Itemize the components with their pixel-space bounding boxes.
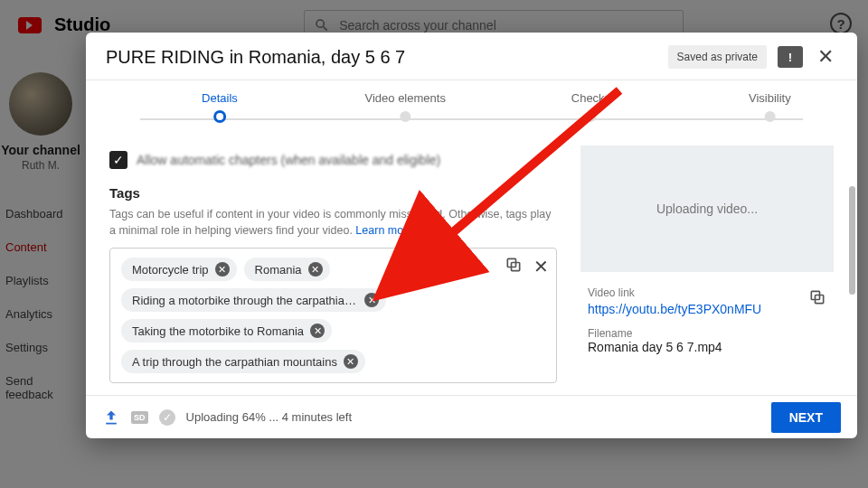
dialog-body: ✓ Allow automatic chapters (when availab… [86,136,857,395]
dialog-header: PURE RIDING in Romania, day 5 6 7 Saved … [86,33,857,80]
tags-input-box[interactable]: ✕ Motorcycle trip✕Romania✕Riding a motor… [109,248,557,383]
tags-heading: Tags [109,185,557,201]
tag-chip[interactable]: Motorcycle trip✕ [121,258,237,281]
next-button[interactable]: NEXT [771,402,841,433]
tag-remove-icon[interactable]: ✕ [344,354,358,369]
step-label: Visibility [749,91,791,105]
tag-label: Riding a motorbike through the carpathia… [132,294,358,307]
copy-tags-button[interactable] [505,256,523,277]
checkbox-checked-icon[interactable]: ✓ [109,151,127,169]
step-visibility[interactable]: Visibility [749,91,791,122]
tag-label: A trip through the carpathian mountains [132,355,337,369]
step-label: Checks [571,91,610,105]
tags-help-body: Tags can be useful if content in your vi… [109,208,551,237]
video-preview-placeholder: Uploading video... [580,145,834,272]
scrollbar-thumb[interactable] [849,186,855,295]
tag-chip[interactable]: Romania✕ [244,258,330,281]
tag-remove-icon[interactable]: ✕ [310,324,325,338]
filename-value: Romania day 5 6 7.mp4 [588,340,826,354]
dialog-title: PURE RIDING in Romania, day 5 6 7 [106,47,657,68]
details-column: ✓ Allow automatic chapters (when availab… [109,145,557,395]
copy-link-button[interactable] [808,288,826,310]
step-dot-icon [400,111,410,122]
upload-dialog: PURE RIDING in Romania, day 5 6 7 Saved … [86,33,857,438]
copy-icon [808,288,826,306]
preview-status-text: Uploading video... [656,202,758,216]
checks-status-icon: ✓ [159,409,175,426]
step-label: Details [202,91,238,105]
step-dot-icon [585,111,596,122]
clear-tags-button[interactable]: ✕ [533,256,549,277]
stepper-track [140,118,803,120]
tag-remove-icon[interactable]: ✕ [364,293,379,307]
save-status-pill: Saved as private [668,45,767,69]
step-label: Video elements [365,91,446,105]
video-meta: Video link https://youtu.be/tyE3PX0nMFU … [580,283,834,358]
preview-column: Uploading video... Video link https://yo… [580,145,834,395]
feedback-button[interactable]: ! [778,46,803,68]
exclamation-icon: ! [788,51,792,64]
tags-help-text: Tags can be useful if content in your vi… [109,206,557,239]
step-dot-icon [213,110,226,123]
filename-label: Filename [588,327,826,340]
tag-chip[interactable]: Taking the motorbike to Romania✕ [121,319,332,343]
divider [86,80,857,80]
step-dot-icon [764,111,775,122]
tag-chip[interactable]: A trip through the carpathian mountains✕ [121,350,365,373]
tags-learn-more-link[interactable]: Learn more [355,224,413,237]
stepper: DetailsVideo elementsChecksVisibility [140,91,803,136]
tag-remove-icon[interactable]: ✕ [308,262,323,277]
tag-remove-icon[interactable]: ✕ [215,262,230,277]
upload-arrow-icon [102,408,120,427]
tag-list: Motorcycle trip✕Romania✕Riding a motorbi… [121,258,465,373]
upload-status-text: Uploading 64% ... 4 minutes left [186,410,353,424]
close-button[interactable]: ✕ [814,45,837,69]
step-details[interactable]: Details [202,91,238,123]
chapters-label: Allow automatic chapters (when available… [137,153,440,167]
step-checks[interactable]: Checks [571,91,610,122]
copy-icon [505,256,523,274]
chapters-checkbox-row[interactable]: ✓ Allow automatic chapters (when availab… [109,151,557,169]
tag-chip[interactable]: Riding a motorbike through the carpathia… [121,288,386,312]
video-link[interactable]: https://youtu.be/tyE3PX0nMFU [588,302,826,316]
video-link-label: Video link [588,286,826,299]
tag-label: Romania [255,263,302,277]
dialog-footer: SD ✓ Uploading 64% ... 4 minutes left NE… [86,395,857,438]
step-video-elements[interactable]: Video elements [365,91,446,122]
tag-label: Motorcycle trip [132,263,209,277]
tag-label: Taking the motorbike to Romania [132,324,304,338]
sd-badge: SD [131,411,148,424]
